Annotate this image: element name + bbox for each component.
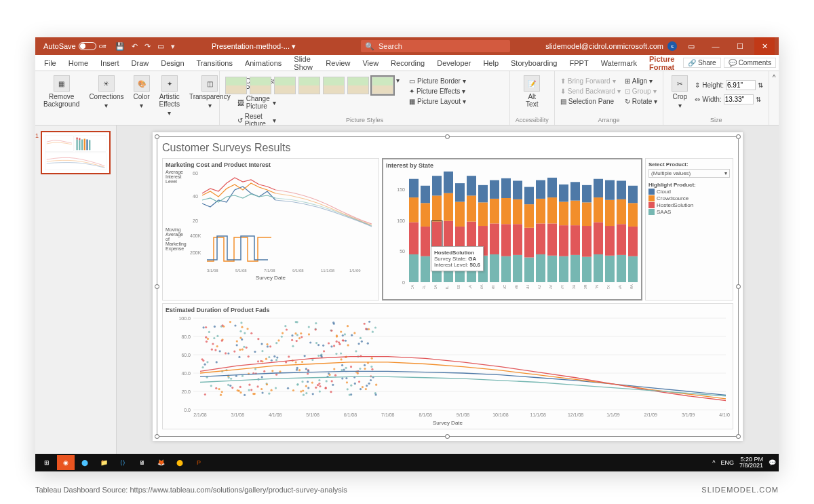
svg-point-236 (271, 389, 273, 391)
legend-item[interactable]: Cloud (648, 189, 730, 195)
tab-fppt[interactable]: FPPT (564, 55, 595, 71)
svg-rect-2 (45, 153, 106, 170)
style-thumb[interactable] (298, 77, 320, 94)
tab-draw[interactable]: Draw (125, 55, 155, 71)
picture-border-button[interactable]: ▭ Picture Border ▾ (409, 77, 466, 85)
tab-animations[interactable]: Animations (239, 55, 288, 71)
slide-panel[interactable]: 1 (35, 125, 117, 458)
slide-thumbnail[interactable]: 1 (41, 131, 111, 174)
save-icon[interactable]: 💾 (115, 42, 125, 51)
taskbar-app[interactable]: ⬤ (171, 455, 189, 470)
svg-point-231 (342, 334, 344, 336)
product-select[interactable]: (Multiple values)▾ (648, 169, 730, 178)
tab-design[interactable]: Design (155, 55, 190, 71)
style-thumb[interactable] (372, 77, 393, 94)
tab-developer[interactable]: Developer (431, 55, 477, 71)
gallery-more-icon[interactable]: ▾ (396, 77, 400, 94)
alt-text-button[interactable]: 📝Alt Text (516, 74, 549, 109)
send-backward-button[interactable]: ⬇ Send Backward ▾ (560, 87, 621, 96)
remove-background-button[interactable]: ▦Remove Background (41, 74, 82, 109)
tray-lang[interactable]: ENG (720, 459, 734, 466)
svg-point-148 (347, 325, 349, 327)
svg-point-157 (315, 387, 317, 389)
picture-effects-button[interactable]: ✦ Picture Effects ▾ (409, 87, 466, 96)
artistic-effects-button[interactable]: ✦Artistic Effects▾ (157, 74, 182, 118)
svg-text:11/1/08: 11/1/08 (530, 412, 546, 417)
tray-clock[interactable]: 5:20 PM7/8/2021 (739, 457, 763, 469)
avatar[interactable]: s (667, 41, 677, 51)
undo-icon[interactable]: ↶ (132, 42, 138, 51)
tab-picture-format[interactable]: Picture Format (643, 55, 683, 71)
share-button[interactable]: 🔗Share (683, 58, 721, 68)
close-icon[interactable]: ✕ (754, 37, 775, 55)
taskbar-app[interactable]: P (190, 455, 208, 470)
start-button[interactable]: ⊞ (38, 455, 56, 470)
styles-gallery[interactable]: ▾ (225, 74, 400, 94)
align-button[interactable]: ⊞ Align ▾ (625, 77, 657, 85)
svg-text:20: 20 (193, 218, 198, 223)
height-input[interactable] (726, 80, 756, 90)
taskbar-app[interactable]: ⬤ (76, 455, 94, 470)
redo-icon[interactable]: ↷ (144, 42, 151, 51)
slideshow-icon[interactable]: ▭ (157, 42, 164, 51)
more-icon[interactable]: ▾ (171, 42, 175, 51)
taskbar-app[interactable]: 🖥 (133, 455, 151, 470)
style-thumb[interactable] (274, 77, 296, 94)
legend-item[interactable]: HostedSolution (648, 202, 730, 208)
bring-forward-button[interactable]: ⬆ Bring Forward ▾ (560, 77, 621, 85)
tab-watermark[interactable]: Watermark (595, 55, 643, 71)
tab-recording[interactable]: Recording (385, 55, 431, 71)
style-thumb[interactable] (347, 77, 369, 94)
autosave-toggle[interactable]: AutoSave Off (39, 42, 110, 50)
width-field[interactable]: ⇔ Width: ⇅ (695, 94, 763, 105)
maximize-icon[interactable]: ☐ (730, 37, 750, 55)
svg-point-145 (263, 370, 265, 372)
notifications-icon[interactable]: 💬 (769, 459, 776, 466)
comments-button[interactable]: 💬Comments (724, 58, 776, 68)
slide-canvas[interactable]: Customer Surveys Results Marketing Cost … (117, 125, 779, 458)
style-thumb[interactable] (323, 77, 345, 94)
svg-rect-78 (524, 204, 534, 228)
tab-review[interactable]: Review (319, 55, 356, 71)
group-button[interactable]: ⊡ Group ▾ (625, 87, 657, 96)
svg-rect-104 (582, 185, 592, 203)
svg-point-308 (311, 381, 313, 383)
svg-rect-33 (421, 203, 430, 227)
account-email[interactable]: slidemodel@cidrol.onmicrosoft.com (545, 42, 663, 50)
tray-chevron-icon[interactable]: ^ (712, 459, 715, 466)
tab-insert[interactable]: Insert (94, 55, 125, 71)
crop-button[interactable]: ✂Crop▾ (669, 74, 691, 111)
style-thumb[interactable] (225, 77, 247, 94)
taskbar-app[interactable]: ◉ (57, 455, 75, 470)
collapse-ribbon-icon[interactable]: ^ (769, 71, 779, 125)
height-field[interactable]: ⇕ Height: ⇅ (695, 79, 763, 91)
width-input[interactable] (724, 94, 754, 104)
legend-item[interactable]: SAAS (648, 209, 730, 215)
minimize-icon[interactable]: — (705, 37, 726, 55)
tab-slide-show[interactable]: Slide Show (288, 55, 319, 71)
tab-storyboarding[interactable]: Storyboarding (505, 55, 564, 71)
taskbar-app[interactable]: 📁 (95, 455, 113, 470)
taskbar-app[interactable]: 🦊 (152, 455, 170, 470)
svg-rect-99 (570, 182, 580, 200)
style-thumb[interactable] (250, 77, 271, 94)
tab-home[interactable]: Home (62, 55, 94, 71)
svg-text:12/1/08: 12/1/08 (568, 412, 583, 417)
search-box[interactable]: 🔍 Search (361, 40, 510, 52)
document-name[interactable]: Presentation-method-... ▾ (212, 42, 296, 51)
corrections-button[interactable]: ☀Corrections▾ (86, 74, 126, 111)
svg-point-355 (307, 370, 309, 372)
selection-pane-button[interactable]: ▤ Selection Pane (560, 97, 621, 106)
tab-transitions[interactable]: Transitions (191, 55, 239, 71)
ribbon-options-icon[interactable]: ▭ (681, 37, 701, 55)
tab-help[interactable]: Help (477, 55, 505, 71)
tab-file[interactable]: File (38, 55, 62, 71)
legend-item[interactable]: Crowdsource (648, 195, 730, 201)
svg-rect-106 (594, 254, 603, 282)
picture-layout-button[interactable]: ▦ Picture Layout ▾ (409, 97, 466, 106)
rotate-button[interactable]: ↻ Rotate ▾ (625, 97, 657, 106)
color-button[interactable]: 🎨Color▾ (131, 74, 153, 111)
tab-view[interactable]: View (356, 55, 385, 71)
toggle-icon[interactable] (79, 42, 96, 50)
taskbar-app[interactable]: ⟨⟩ (114, 455, 132, 470)
